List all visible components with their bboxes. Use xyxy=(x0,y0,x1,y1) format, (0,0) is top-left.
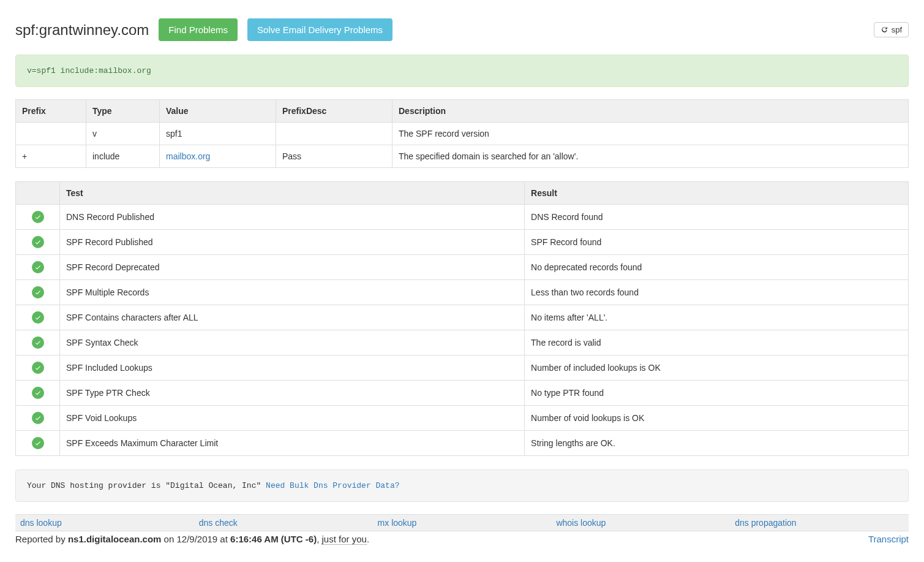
tests-table: Test Result DNS Record PublishedDNS Reco… xyxy=(15,181,909,456)
col-value: Value xyxy=(160,100,276,123)
record-prefix: + xyxy=(16,145,86,168)
footer-link[interactable]: dns check xyxy=(194,517,373,529)
col-prefixdesc: PrefixDesc xyxy=(276,100,393,123)
report-mid2: , xyxy=(317,534,321,544)
report-mid1: on 12/9/2019 at xyxy=(161,534,230,544)
footer-links: dns lookupdns checkmx lookupwhois lookup… xyxy=(15,514,909,531)
value-link[interactable]: mailbox.org xyxy=(166,151,210,161)
solve-problems-button[interactable]: Solve Email Delivery Problems xyxy=(247,18,393,41)
report-time: 6:16:46 AM (UTC -6) xyxy=(230,534,317,544)
record-row: +includemailbox.orgPassThe specified dom… xyxy=(16,145,909,168)
check-circle-icon xyxy=(32,362,44,374)
test-result: The record is valid xyxy=(525,330,909,355)
test-name: SPF Multiple Records xyxy=(60,280,525,305)
record-type: v xyxy=(86,123,160,145)
test-result: No items after 'ALL'. xyxy=(525,305,909,330)
test-row: SPF Multiple RecordsLess than two record… xyxy=(16,280,909,305)
test-row: SPF Exceeds Maximum Character LimitStrin… xyxy=(16,431,909,456)
record-type: include xyxy=(86,145,160,168)
footer-link[interactable]: mx lookup xyxy=(373,517,552,529)
status-cell xyxy=(16,381,60,406)
test-result: Number of included lookups is OK xyxy=(525,355,909,381)
record-value: spf1 xyxy=(160,123,276,145)
test-row: SPF Contains characters after ALLNo item… xyxy=(16,305,909,330)
report-prefix: Reported by xyxy=(15,534,68,544)
test-row: SPF Record DeprecatedNo deprecated recor… xyxy=(16,255,909,280)
record-description: The specified domain is searched for an … xyxy=(393,145,909,168)
status-cell xyxy=(16,255,60,280)
status-cell xyxy=(16,280,60,305)
test-result: Number of void lookups is OK xyxy=(525,406,909,431)
check-circle-icon xyxy=(32,311,44,324)
check-circle-icon xyxy=(32,387,44,399)
test-name: SPF Syntax Check xyxy=(60,330,525,355)
transcript-link[interactable]: Transcript xyxy=(868,534,909,544)
check-circle-icon xyxy=(32,211,44,223)
status-cell xyxy=(16,305,60,330)
test-name: DNS Record Published xyxy=(60,205,525,230)
test-name: SPF Type PTR Check xyxy=(60,381,525,406)
status-cell xyxy=(16,355,60,381)
spf-record-box: v=spf1 include:mailbox.org xyxy=(15,55,909,87)
test-result: SPF Record found xyxy=(525,230,909,255)
test-row: SPF Void LookupsNumber of void lookups i… xyxy=(16,406,909,431)
refresh-button[interactable]: spf xyxy=(874,22,909,37)
record-prefix xyxy=(16,123,86,145)
test-result: String lengths are OK. xyxy=(525,431,909,456)
col-result: Result xyxy=(525,182,909,205)
status-cell xyxy=(16,330,60,355)
test-name: SPF Void Lookups xyxy=(60,406,525,431)
check-circle-icon xyxy=(32,437,44,449)
test-result: Less than two records found xyxy=(525,280,909,305)
check-circle-icon xyxy=(32,336,44,349)
header-row: spf:grantwinney.com Find Problems Solve … xyxy=(15,0,909,55)
check-circle-icon xyxy=(32,286,44,298)
record-prefixdesc: Pass xyxy=(276,145,393,168)
status-cell xyxy=(16,205,60,230)
col-type: Type xyxy=(86,100,160,123)
test-name: SPF Record Deprecated xyxy=(60,255,525,280)
test-row: SPF Included LookupsNumber of included l… xyxy=(16,355,909,381)
report-row: Reported by ns1.digitalocean.com on 12/9… xyxy=(15,534,909,544)
record-row: vspf1The SPF record version xyxy=(16,123,909,145)
find-problems-button[interactable]: Find Problems xyxy=(159,18,238,41)
record-table: Prefix Type Value PrefixDesc Description… xyxy=(15,99,909,168)
test-row: DNS Record PublishedDNS Record found xyxy=(16,205,909,230)
col-description: Description xyxy=(393,100,909,123)
status-cell xyxy=(16,406,60,431)
record-table-header-row: Prefix Type Value PrefixDesc Description xyxy=(16,100,909,123)
footer-link[interactable]: dns propagation xyxy=(730,517,909,529)
status-cell xyxy=(16,431,60,456)
provider-box: Your DNS hosting provider is "Digital Oc… xyxy=(15,469,909,502)
footer-link[interactable]: dns lookup xyxy=(15,517,194,529)
test-result: No type PTR found xyxy=(525,381,909,406)
provider-text: Your DNS hosting provider is "Digital Oc… xyxy=(27,481,266,490)
report-suffix: . xyxy=(367,534,369,544)
record-value: mailbox.org xyxy=(160,145,276,168)
report-server: ns1.digitalocean.com xyxy=(68,534,162,544)
bulk-dns-link[interactable]: Need Bulk Dns Provider Data? xyxy=(266,481,399,490)
test-row: SPF Record PublishedSPF Record found xyxy=(16,230,909,255)
tests-header-row: Test Result xyxy=(16,182,909,205)
test-name: SPF Contains characters after ALL xyxy=(60,305,525,330)
test-name: SPF Included Lookups xyxy=(60,355,525,381)
col-test: Test xyxy=(60,182,525,205)
col-status xyxy=(16,182,60,205)
test-name: SPF Record Published xyxy=(60,230,525,255)
refresh-label: spf xyxy=(892,25,902,34)
just-for-you[interactable]: just for you xyxy=(322,534,367,545)
check-circle-icon xyxy=(32,261,44,273)
col-prefix: Prefix xyxy=(16,100,86,123)
test-result: DNS Record found xyxy=(525,205,909,230)
footer-link[interactable]: whois lookup xyxy=(551,517,730,529)
test-row: SPF Type PTR CheckNo type PTR found xyxy=(16,381,909,406)
refresh-icon xyxy=(881,26,888,34)
test-result: No deprecated records found xyxy=(525,255,909,280)
page-title: spf:grantwinney.com xyxy=(15,21,149,39)
check-circle-icon xyxy=(32,236,44,248)
record-prefixdesc xyxy=(276,123,393,145)
test-name: SPF Exceeds Maximum Character Limit xyxy=(60,431,525,456)
record-description: The SPF record version xyxy=(393,123,909,145)
check-circle-icon xyxy=(32,412,44,424)
status-cell xyxy=(16,230,60,255)
